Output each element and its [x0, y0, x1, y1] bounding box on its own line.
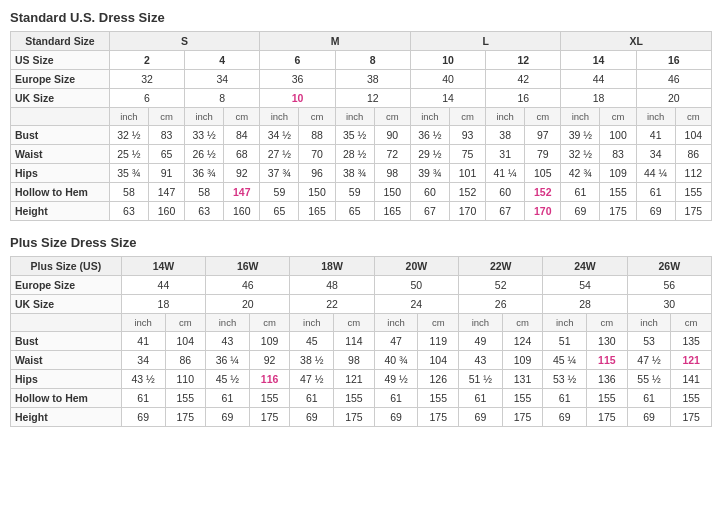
plus-cm-7: cm: [671, 314, 712, 332]
hollow-8: 150: [374, 183, 410, 202]
hips-14: 109: [600, 164, 636, 183]
plus-waist-9: 43: [459, 351, 503, 370]
std-cm-3: cm: [299, 108, 335, 126]
bust-13: 39 ½: [561, 126, 600, 145]
plus-height-7: 69: [374, 408, 418, 427]
plus-height-10: 175: [502, 408, 543, 427]
plus-hollow-10: 155: [502, 389, 543, 408]
hollow-13: 61: [561, 183, 600, 202]
standard-table: Standard Size S M L XL US Size 2 4 6 8 1…: [10, 31, 712, 221]
std-inch-7: inch: [561, 108, 600, 126]
plus-24w: 24W: [543, 257, 627, 276]
bust-2: 83: [148, 126, 184, 145]
height-6: 165: [299, 202, 335, 221]
hips-9: 39 ¾: [410, 164, 449, 183]
height-13: 69: [561, 202, 600, 221]
plus-bust-1: 41: [121, 332, 165, 351]
hips-label: Hips: [11, 164, 110, 183]
eu-38: 38: [335, 70, 410, 89]
plus-waist-8: 104: [418, 351, 459, 370]
plus-20w: 20W: [374, 257, 458, 276]
plus-size-label: Plus Size (US): [11, 257, 122, 276]
plus-waist-5: 38 ½: [290, 351, 334, 370]
plus-waist-10: 109: [502, 351, 543, 370]
plus-waist-6: 98: [334, 351, 375, 370]
eu-36: 36: [260, 70, 335, 89]
plus-uk-26: 26: [459, 295, 543, 314]
waist-15: 34: [636, 145, 675, 164]
plus-hollow-6: 155: [334, 389, 375, 408]
plus-hips-9: 51 ½: [459, 370, 503, 389]
waist-1: 25 ½: [109, 145, 148, 164]
us-12: 12: [486, 51, 561, 70]
plus-22w: 22W: [459, 257, 543, 276]
uk-size-label: UK Size: [11, 89, 110, 108]
plus-18w: 18W: [290, 257, 374, 276]
hips-16: 112: [675, 164, 711, 183]
height-label: Height: [11, 202, 110, 221]
plus-hollow-14: 155: [671, 389, 712, 408]
plus-inch-4: inch: [374, 314, 418, 332]
std-cm-5: cm: [449, 108, 485, 126]
plus-eu-48: 48: [290, 276, 374, 295]
waist-9: 29 ½: [410, 145, 449, 164]
eu-34: 34: [185, 70, 260, 89]
height-2: 160: [148, 202, 184, 221]
plus-bust-10: 124: [502, 332, 543, 351]
bust-12: 97: [525, 126, 561, 145]
plus-eu-50: 50: [374, 276, 458, 295]
plus-height-12: 175: [587, 408, 628, 427]
std-cm-1: cm: [148, 108, 184, 126]
waist-16: 86: [675, 145, 711, 164]
hollow-3: 58: [185, 183, 224, 202]
plus-eu-56: 56: [627, 276, 711, 295]
hollow-7: 59: [335, 183, 374, 202]
hollow-1: 58: [109, 183, 148, 202]
plus-waist-1: 34: [121, 351, 165, 370]
plus-europe-label: Europe Size: [11, 276, 122, 295]
plus-cm-3: cm: [334, 314, 375, 332]
plus-hollow-5: 61: [290, 389, 334, 408]
plus-hips-6: 121: [334, 370, 375, 389]
waist-13: 32 ½: [561, 145, 600, 164]
hips-12: 105: [525, 164, 561, 183]
uk-20: 20: [636, 89, 711, 108]
size-l: L: [410, 32, 561, 51]
height-4: 160: [224, 202, 260, 221]
plus-hollow-7: 61: [374, 389, 418, 408]
us-size-label: US Size: [11, 51, 110, 70]
plus-inch-7: inch: [627, 314, 671, 332]
hollow-9: 60: [410, 183, 449, 202]
std-inch-3: inch: [260, 108, 299, 126]
plus-height-4: 175: [249, 408, 290, 427]
std-inch-4: inch: [335, 108, 374, 126]
plus-cm-6: cm: [587, 314, 628, 332]
plus-uk-30: 30: [627, 295, 711, 314]
bust-15: 41: [636, 126, 675, 145]
plus-hips-4: 116: [249, 370, 290, 389]
plus-hips-10: 131: [502, 370, 543, 389]
bust-16: 104: [675, 126, 711, 145]
std-inch-5: inch: [410, 108, 449, 126]
hips-11: 41 ¼: [486, 164, 525, 183]
hollow-14: 155: [600, 183, 636, 202]
bust-4: 84: [224, 126, 260, 145]
plus-hips-1: 43 ½: [121, 370, 165, 389]
plus-hips-11: 53 ½: [543, 370, 587, 389]
plus-height-9: 69: [459, 408, 503, 427]
plus-waist-11: 45 ¼: [543, 351, 587, 370]
plus-hips-14: 141: [671, 370, 712, 389]
hips-3: 36 ¾: [185, 164, 224, 183]
plus-eu-52: 52: [459, 276, 543, 295]
plus-height-3: 69: [206, 408, 250, 427]
us-10: 10: [410, 51, 485, 70]
plus-height-6: 175: [334, 408, 375, 427]
uk-14: 14: [410, 89, 485, 108]
plus-waist-label: Waist: [11, 351, 122, 370]
height-11: 67: [486, 202, 525, 221]
hips-4: 92: [224, 164, 260, 183]
height-5: 65: [260, 202, 299, 221]
height-1: 63: [109, 202, 148, 221]
waist-7: 28 ½: [335, 145, 374, 164]
plus-table: Plus Size (US) 14W 16W 18W 20W 22W 24W 2…: [10, 256, 712, 427]
